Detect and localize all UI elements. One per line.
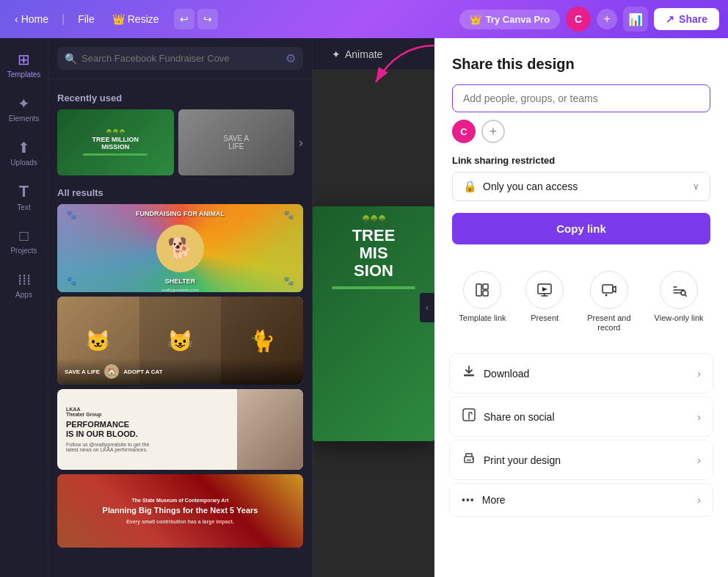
svg-point-7 — [605, 294, 607, 297]
apps-icon: ⁞⁞⁞ — [18, 271, 31, 288]
animate-button[interactable]: ✦ Animate — [324, 44, 390, 65]
search-input[interactable] — [81, 53, 281, 64]
nav-separator: | — [62, 12, 65, 26]
present-record-icon — [590, 271, 628, 309]
planning-text: The State Museum of Contemporary Art Pla… — [103, 498, 258, 523]
file-menu[interactable]: File — [72, 10, 101, 28]
sidebar-label-apps: Apps — [15, 291, 32, 299]
all-results-grid: FUNDRAISING FOR ANIMAL 🐕 SHELTER 🐾 🐾 🐾 🐾… — [57, 204, 303, 548]
share-option-present-record[interactable]: Present and record — [578, 265, 641, 338]
sidebar-label-uploads: Uploads — [10, 159, 37, 167]
share-social-label: Share on social — [484, 411, 555, 423]
redo-button[interactable]: ↪ — [197, 9, 218, 29]
undo-button[interactable]: ↩ — [174, 9, 194, 29]
animal-card-content: SAVE ALIFE — [178, 109, 295, 175]
animate-bar: ✦ Animate — [313, 38, 434, 70]
performance-text: LKAATheater Group PERFORMANCEIS IN OUR B… — [57, 389, 237, 470]
more-icon: ••• — [462, 494, 475, 506]
more-chevron: › — [697, 494, 701, 506]
performance-content: LKAATheater Group PERFORMANCEIS IN OUR B… — [57, 389, 303, 470]
sidebar-item-projects[interactable]: □ Projects — [4, 220, 45, 261]
template-card-fundraiser[interactable]: FUNDRAISING FOR ANIMAL 🐕 SHELTER 🐾 🐾 🐾 🐾… — [57, 204, 303, 292]
fundraiser-content: FUNDRAISING FOR ANIMAL 🐕 SHELTER 🐾 🐾 🐾 🐾… — [57, 204, 303, 292]
view-only-label: View-only link — [655, 313, 704, 323]
print-label: Print your design — [484, 454, 561, 466]
sidebar-item-text[interactable]: T Text — [4, 176, 45, 217]
template-card-tree-million[interactable]: 🌳🌳🌳 TREE MILLIONMISSION — [57, 109, 174, 175]
share-option-view-only[interactable]: View-only link — [649, 265, 710, 338]
paw-top-right: 🐾 — [283, 210, 294, 220]
print-icon — [462, 451, 476, 469]
present-record-label: Present and record — [583, 313, 635, 333]
sidebar-label-text: Text — [17, 203, 30, 211]
try-canva-button[interactable]: 👑 Try Canva Pro — [459, 10, 560, 29]
download-chevron: › — [697, 368, 701, 380]
print-row-left: Print your design — [462, 451, 561, 469]
svg-rect-6 — [603, 285, 613, 293]
template-card-cats[interactable]: 🐱 😺 🐈 SAVE A LIFE 🏠 ADOPT A CAT — [57, 297, 303, 385]
canvas-area: ✦ Animate 🌳🌳🌳 TREEMISSION ‹ — [313, 38, 434, 577]
share-social-row[interactable]: Share on social › — [449, 396, 713, 437]
progress-bar — [83, 153, 148, 156]
add-button[interactable]: + — [597, 9, 617, 29]
text-icon: T — [19, 182, 29, 201]
projects-icon: □ — [19, 228, 28, 244]
share-people-input[interactable] — [452, 84, 710, 112]
analytics-button[interactable]: 📊 — [623, 7, 648, 32]
preview-subtitle: 🌳🌳🌳 — [362, 215, 386, 222]
share-user-avatar[interactable]: C — [452, 120, 476, 143]
performance-title: PERFORMANCEIS IN OUR BLOOD. — [66, 420, 228, 439]
preview-title: TREEMISSION — [352, 227, 396, 280]
template-link-label: Template link — [459, 313, 506, 323]
share-option-template-link[interactable]: Template link — [453, 265, 512, 338]
resize-button[interactable]: 👑 Resize — [106, 10, 165, 28]
access-left: 🔒 Only you can access — [463, 180, 578, 193]
share-people-row: C + — [452, 120, 710, 143]
paw-bottom-right: 🐾 — [283, 276, 294, 286]
search-icon: 🔍 — [65, 53, 77, 65]
home-button[interactable]: ‹ Home — [9, 10, 54, 28]
sidebar-label-templates: Templates — [7, 70, 41, 79]
sidebar-item-uploads[interactable]: ⬆ Uploads — [4, 132, 45, 173]
planning-title: Planning Big Things for the Next 5 Years — [103, 505, 258, 515]
sidebar-item-apps[interactable]: ⁞⁞⁞ Apps — [4, 264, 45, 305]
link-sharing-section: Link sharing restricted 🔒 Only you can a… — [434, 155, 728, 213]
svg-rect-9 — [464, 374, 474, 377]
template-card-planning[interactable]: The State Museum of Contemporary Art Pla… — [57, 474, 303, 548]
paw-bottom-left: 🐾 — [66, 276, 77, 286]
svg-point-11 — [468, 418, 470, 420]
sidebar-item-elements[interactable]: ✦ Elements — [4, 88, 45, 129]
copy-link-button[interactable]: Copy link — [452, 213, 710, 244]
performance-subtitle: Follow us @reallygreatsite to get thelat… — [66, 442, 228, 452]
paw-house-icon: 🏠 — [104, 364, 119, 379]
filter-button[interactable]: ⚙ — [285, 51, 296, 65]
share-options-grid: Template link Present Present and record… — [434, 259, 728, 353]
print-row[interactable]: Print your design › — [449, 440, 713, 480]
share-icon: ↗ — [666, 13, 674, 25]
collapse-panel-button[interactable]: ‹ — [420, 293, 434, 322]
search-input-wrapper: 🔍 ⚙ — [57, 47, 303, 70]
cat-overlay: SAVE A LIFE 🏠 ADOPT A CAT — [57, 358, 303, 385]
download-row[interactable]: Download › — [449, 353, 713, 393]
website-text: reallygreatsite.com — [161, 288, 198, 292]
svg-rect-3 — [483, 291, 488, 296]
view-only-icon — [660, 271, 698, 309]
more-row-left: ••• More — [462, 494, 506, 506]
dog-emoji: 🐕 — [167, 236, 193, 261]
share-option-present[interactable]: Present — [520, 265, 569, 338]
template-card-animal[interactable]: SAVE ALIFE — [178, 109, 295, 175]
more-row[interactable]: ••• More › — [449, 483, 713, 517]
share-add-person-button[interactable]: + — [481, 120, 505, 143]
present-label: Present — [531, 313, 558, 323]
all-results-label: All results — [57, 187, 303, 198]
access-dropdown[interactable]: 🔒 Only you can access ∨ — [452, 172, 710, 201]
crown-icon: 👑 — [112, 13, 125, 25]
card-subtitle: 🌳🌳🌳 — [106, 129, 125, 135]
share-main-button[interactable]: ↗ Share — [654, 8, 719, 30]
planning-content: The State Museum of Contemporary Art Pla… — [57, 474, 303, 548]
svg-rect-2 — [483, 284, 488, 289]
user-avatar[interactable]: C — [566, 7, 591, 32]
recently-used-label: Recently used — [57, 92, 303, 104]
sidebar-item-templates[interactable]: ⊞ Templates — [4, 44, 45, 85]
template-card-performance[interactable]: LKAATheater Group PERFORMANCEIS IN OUR B… — [57, 389, 303, 470]
